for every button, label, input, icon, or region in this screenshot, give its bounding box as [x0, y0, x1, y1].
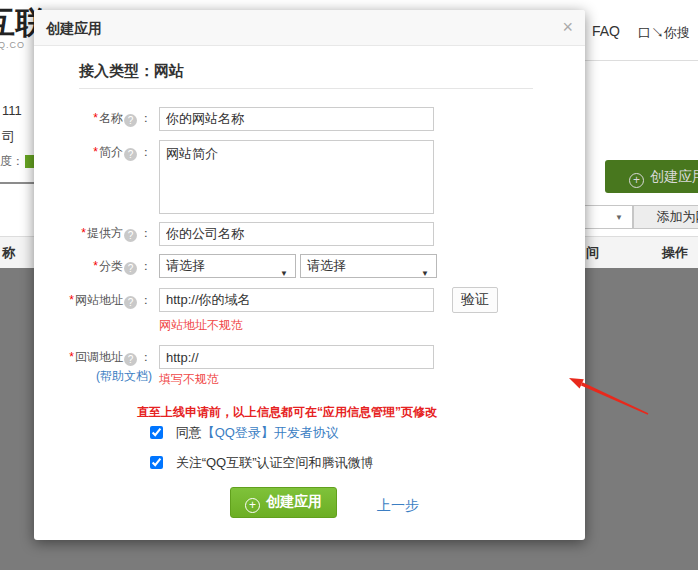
category-select-secondary[interactable]: 请选择▼: [300, 254, 437, 278]
developer-agreement-link[interactable]: 【QQ登录】开发者协议: [202, 425, 339, 440]
follow-text: 关注“QQ互联”认证空间和腾讯微博: [176, 455, 374, 470]
label-colon: ：: [140, 111, 152, 125]
agree-terms-row: 同意【QQ登录】开发者协议: [150, 424, 339, 442]
profile-company-text: 司: [2, 128, 15, 146]
previous-step-link[interactable]: 上一步: [377, 497, 419, 515]
agree-terms-checkbox[interactable]: [150, 426, 163, 439]
status-badge: [25, 155, 34, 168]
label-colon: ：: [140, 145, 152, 159]
plus-circle-icon: +: [629, 173, 644, 188]
name-field-label: *名称?：: [34, 110, 152, 127]
add-as-site-button[interactable]: 添加为网站: [633, 205, 698, 229]
intro-field-label: *简介?：: [34, 144, 152, 161]
site-url-error: 网站地址不规范: [159, 317, 243, 334]
nav-faq-link[interactable]: FAQ: [592, 23, 620, 39]
provider-field-label: *提供方?：: [34, 225, 152, 242]
required-mark: *: [81, 226, 86, 240]
follow-row: 关注“QQ互联”认证空间和腾讯微博: [150, 454, 374, 472]
provider-input[interactable]: [159, 222, 434, 246]
chevron-down-icon: ▼: [280, 263, 288, 285]
background-create-app-button[interactable]: +创建应用: [605, 160, 698, 193]
header-search[interactable]: 口↘你搜: [638, 24, 690, 42]
help-doc-link[interactable]: (帮助文档): [34, 368, 152, 385]
label-colon: ：: [140, 226, 152, 240]
profile-number-text: 111: [2, 103, 22, 118]
background-create-app-label: 创建应用: [650, 168, 698, 184]
required-mark: *: [93, 145, 98, 159]
site-url-label-text: 网站地址: [75, 293, 123, 307]
help-icon[interactable]: ?: [124, 262, 137, 275]
header-divider: [585, 60, 698, 61]
table-column-action: 操作: [662, 244, 688, 262]
category-field-label: *分类?：: [34, 258, 152, 275]
intro-textarea[interactable]: 网站简介: [159, 140, 434, 214]
label-colon: ：: [140, 293, 152, 307]
edit-notice-text: 直至上线申请前，以上信息都可在“应用信息管理”页修改: [137, 404, 437, 421]
follow-checkbox[interactable]: [150, 456, 163, 469]
required-mark: *: [69, 350, 74, 364]
table-column-time: 间: [586, 244, 599, 262]
left-panel-divider: [0, 182, 34, 184]
provider-label-text: 提供方: [87, 226, 123, 240]
chevron-down-icon: ▼: [421, 263, 429, 285]
section-divider: [79, 88, 533, 89]
screen: 互联 Q.CO 111 司 度： FAQ 口↘你搜 +创建应用 ▼ 添加为网站 …: [0, 0, 698, 570]
callback-error: 填写不规范: [159, 371, 219, 388]
help-icon[interactable]: ?: [124, 229, 137, 242]
table-column-name: 称: [2, 244, 15, 262]
site-url-input[interactable]: [159, 288, 434, 312]
site-logo-domain: Q.CO: [0, 40, 25, 50]
agree-prefix-text: 同意: [176, 425, 202, 440]
category-select-primary-value: 请选择: [166, 258, 205, 273]
chevron-down-icon: ▼: [615, 213, 623, 222]
category-select-secondary-value: 请选择: [307, 258, 346, 273]
required-mark: *: [93, 111, 98, 125]
search-text: 你搜: [664, 25, 690, 40]
label-colon: ：: [140, 350, 152, 364]
verify-button[interactable]: 验证: [452, 287, 498, 313]
site-url-field-label: *网站地址?：: [34, 292, 152, 309]
callback-field-label: *回调地址?：: [34, 349, 152, 366]
category-label-text: 分类: [99, 259, 123, 273]
name-input[interactable]: [159, 107, 434, 131]
create-app-submit-button[interactable]: +创建应用: [230, 487, 337, 518]
dialog-titlebar: 创建应用 ×: [34, 10, 585, 46]
access-type-heading: 接入类型：网站: [79, 62, 184, 81]
required-mark: *: [69, 293, 74, 307]
name-label-text: 名称: [99, 111, 123, 125]
submit-label: 创建应用: [266, 493, 322, 509]
callback-input[interactable]: [159, 345, 434, 369]
help-icon[interactable]: ?: [124, 353, 137, 366]
degree-label: 度：: [0, 154, 24, 168]
intro-label-text: 简介: [99, 145, 123, 159]
dialog-title: 创建应用: [46, 10, 102, 46]
search-icon: 口↘: [638, 25, 664, 40]
help-icon[interactable]: ?: [124, 114, 137, 127]
callback-label-text: 回调地址: [75, 350, 123, 364]
profile-degree-text: 度：: [0, 153, 34, 170]
required-mark: *: [93, 259, 98, 273]
help-icon[interactable]: ?: [124, 148, 137, 161]
plus-circle-icon: +: [245, 498, 260, 513]
create-app-dialog: 创建应用 × 接入类型：网站 *名称?： *简介?： 网站简介 *提供方?： *…: [34, 10, 585, 540]
label-colon: ：: [140, 259, 152, 273]
close-icon[interactable]: ×: [562, 16, 573, 38]
category-select-primary[interactable]: 请选择▼: [159, 254, 296, 278]
help-icon[interactable]: ?: [124, 296, 137, 309]
